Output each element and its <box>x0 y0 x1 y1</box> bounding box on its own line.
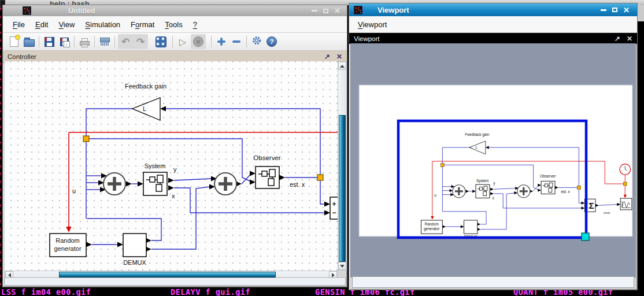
redo-icon: ↷ <box>136 37 145 47</box>
toolbar-separator <box>211 36 212 47</box>
editor-toolbar: ↓ ↶ ↷ <box>3 33 347 51</box>
error-label: error <box>604 211 610 214</box>
run-button[interactable]: ▷ <box>175 34 190 49</box>
link-point[interactable] <box>577 186 580 189</box>
maximize-button[interactable] <box>611 6 619 14</box>
demux-block[interactable] <box>464 220 478 234</box>
observer-block-icon <box>268 179 274 186</box>
scicos-app-icon <box>354 6 362 14</box>
link-point[interactable] <box>317 175 323 180</box>
vertical-scroll-thumb[interactable] <box>339 115 346 262</box>
demux-label: DEMUX <box>123 259 146 266</box>
wire-arrowhead <box>250 180 256 185</box>
undo-icon: ↶ <box>121 37 129 47</box>
terminal-right-edge <box>637 5 644 21</box>
panel-close-icon[interactable]: ✕ <box>627 35 632 43</box>
minimize-button[interactable] <box>310 7 318 14</box>
new-icon <box>10 36 18 47</box>
signal-wire[interactable] <box>242 175 250 184</box>
undo-button[interactable]: ↶ <box>118 34 133 49</box>
wire-arrowhead <box>168 186 174 191</box>
scroll-up-button[interactable] <box>338 62 346 70</box>
wire-arrowhead <box>250 171 256 176</box>
observer-label: Observer <box>253 154 280 161</box>
editor-window-title: Untitled <box>68 7 95 15</box>
signal-wire[interactable] <box>320 180 325 204</box>
editor-window: Untitled ✕ FileEditViewSimulationFormatT… <box>2 5 347 287</box>
viewport-panel-header[interactable]: Viewport ↗ ✕ <box>349 33 637 44</box>
new-button[interactable] <box>6 34 21 49</box>
event-wire[interactable] <box>69 132 338 171</box>
zoom-out-icon <box>232 40 240 43</box>
menu-help[interactable]: ? <box>188 20 202 29</box>
signal-wire[interactable] <box>174 179 212 180</box>
viewport-titlebar[interactable]: Viewport ✕ <box>349 3 637 16</box>
menu-viewport[interactable]: Viewport <box>353 20 392 29</box>
redo-button[interactable]: ↷ <box>133 34 148 49</box>
help-button[interactable]: ? <box>264 34 279 49</box>
menu-format[interactable]: Format <box>125 20 160 29</box>
open-button[interactable] <box>21 34 36 49</box>
system-block-icon <box>157 175 163 183</box>
signal-wire[interactable] <box>86 109 138 219</box>
print-button[interactable] <box>77 34 92 49</box>
sigma-symbol: Σ <box>589 201 594 210</box>
diagram-canvas[interactable]: LFeedback gainSystemObserveryxuest. xRan… <box>5 61 338 271</box>
signal-wire[interactable] <box>174 188 325 213</box>
settings-button[interactable] <box>249 34 264 49</box>
editor-statusbar <box>4 278 346 286</box>
menu-edit[interactable]: Edit <box>30 20 53 29</box>
panel-close-icon[interactable]: ✕ <box>336 53 342 61</box>
demux-block[interactable] <box>123 234 146 257</box>
random-generator-label: Random <box>55 237 80 244</box>
toolbar-separator <box>94 36 95 47</box>
viewport-menubar: Viewport <box>349 16 637 33</box>
menu-view[interactable]: View <box>53 20 80 29</box>
undock-icon[interactable]: ↗ <box>615 35 620 43</box>
menu-tools[interactable]: Tools <box>160 20 187 29</box>
gain-symbol-label: L <box>143 105 146 112</box>
signal-wire[interactable] <box>166 109 320 175</box>
viewport-resize-handle[interactable] <box>582 233 589 240</box>
system-block-icon <box>483 191 487 195</box>
stop-button[interactable]: ✕ <box>191 34 206 49</box>
system-block[interactable] <box>476 184 490 198</box>
zoom-in-icon <box>217 38 225 46</box>
system-block[interactable] <box>143 172 167 195</box>
y-label: y <box>173 166 177 173</box>
vertical-scrollbar[interactable] <box>338 61 347 271</box>
editor-titlebar[interactable]: Untitled ✕ <box>3 5 347 16</box>
observer-block[interactable] <box>256 166 279 188</box>
viewport-content[interactable]: LFeedback gainSystemObserveryxuest. xRan… <box>350 43 636 278</box>
link-point[interactable] <box>83 136 89 142</box>
close-button[interactable]: ✕ <box>334 7 341 14</box>
close-button[interactable]: ✕ <box>623 6 630 14</box>
save-as-button[interactable]: ↓ <box>57 34 72 49</box>
block-diagram[interactable]: LFeedback gainSystemObserveryxuest. xRan… <box>50 83 338 266</box>
system-label: System <box>476 179 488 183</box>
observer-block[interactable] <box>541 181 555 194</box>
menu-file[interactable]: File <box>8 20 30 29</box>
save-button[interactable] <box>42 34 57 49</box>
terminal-file-1: LSS_f_im04_e00.gif <box>1 287 91 296</box>
minimize-button[interactable] <box>599 6 607 14</box>
scroll-down-button[interactable] <box>338 262 346 270</box>
maximize-button[interactable] <box>322 7 330 14</box>
delete-button[interactable] <box>97 34 112 49</box>
gain-symbol-label: L <box>475 145 478 149</box>
zoom-out-button[interactable] <box>229 34 244 49</box>
undock-icon[interactable]: ↗ <box>324 53 330 61</box>
wire-arrowhead <box>117 242 123 247</box>
controller-panel-title: Controller <box>8 53 36 60</box>
fit-to-view-button[interactable] <box>153 34 168 49</box>
viewport-page[interactable] <box>359 85 632 236</box>
zoom-in-button[interactable] <box>214 34 229 49</box>
open-folder-icon <box>24 39 35 47</box>
wire-arrowhead <box>168 178 174 183</box>
link-point[interactable] <box>441 163 444 166</box>
menu-simulation[interactable]: Simulation <box>80 20 125 29</box>
toolbar-separator <box>172 36 173 47</box>
signal-wire[interactable] <box>151 187 210 249</box>
observer-block-icon <box>545 184 548 187</box>
link-point[interactable] <box>623 182 627 186</box>
